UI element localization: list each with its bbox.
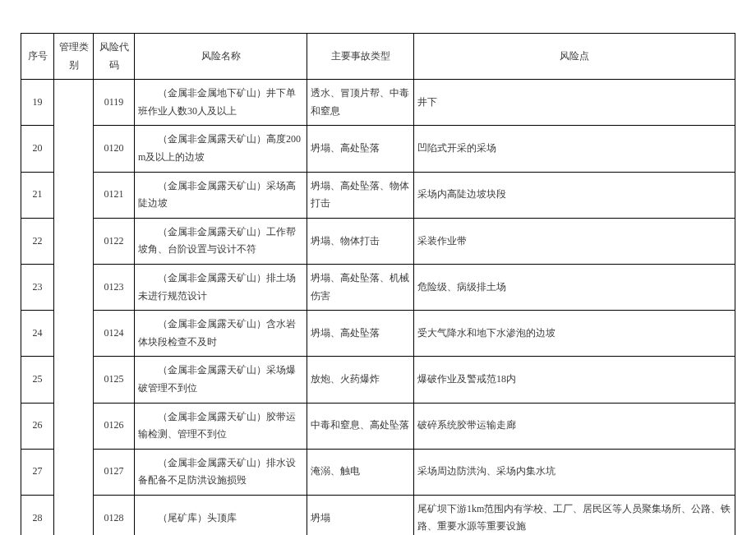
cell-name: （金属非金属露天矿山）排水设备配备不足防洪设施损毁 [135, 449, 307, 495]
cell-name: （金属非金属露天矿山）采场高陡边坡 [135, 172, 307, 218]
col-code: 风险代码 [94, 34, 135, 80]
cell-seq: 20 [21, 126, 54, 172]
table-row: 250125（金属非金属露天矿山）采场爆破管理不到位放炮、火药爆炸爆破作业及警戒… [21, 357, 735, 403]
cell-accident-type: 透水、冒顶片帮、中毒和窒息 [307, 80, 414, 126]
cell-seq: 19 [21, 80, 54, 126]
table-row: 190119（金属非金属地下矿山）井下单班作业人数30人及以上透水、冒顶片帮、中… [21, 80, 735, 126]
cell-point: 采场内高陡边坡块段 [414, 172, 735, 218]
table-row: 210121（金属非金属露天矿山）采场高陡边坡坍塌、高处坠落、物体打击采场内高陡… [21, 172, 735, 218]
table-row: 270127（金属非金属露天矿山）排水设备配备不足防洪设施损毁淹溺、触电采场周边… [21, 449, 735, 495]
table-header-row: 序号 管理类别 风险代码 风险名称 主要事故类型 风险点 [21, 34, 735, 80]
cell-code: 0119 [94, 80, 135, 126]
cell-point: 破碎系统胶带运输走廊 [414, 403, 735, 449]
cell-point: 井下 [414, 80, 735, 126]
table-row: 220122（金属非金属露天矿山）工作帮坡角、台阶设置与设计不符坍塌、物体打击采… [21, 218, 735, 264]
cell-name: （金属非金属露天矿山）含水岩体块段检查不及时 [135, 311, 307, 357]
table-row: 260126（金属非金属露天矿山）胶带运输检测、管理不到位中毒和窒息、高处坠落破… [21, 403, 735, 449]
cell-point: 危险级、病级排土场 [414, 264, 735, 310]
cell-code: 0127 [94, 449, 135, 495]
col-seq: 序号 [21, 34, 54, 80]
cell-point: 受大气降水和地下水渗泡的边坡 [414, 311, 735, 357]
cell-accident-type: 淹溺、触电 [307, 449, 414, 495]
cell-name: （金属非金属露天矿山）工作帮坡角、台阶设置与设计不符 [135, 218, 307, 264]
cell-point: 尾矿坝下游1km范围内有学校、工厂、居民区等人员聚集场所、公路、铁路、重要水源等… [414, 495, 735, 535]
cell-accident-type: 坍塌、高处坠落、机械伤害 [307, 264, 414, 310]
cell-code: 0122 [94, 218, 135, 264]
cell-name: （金属非金属地下矿山）井下单班作业人数30人及以上 [135, 80, 307, 126]
table-row: 280128（尾矿库）头顶库坍塌尾矿坝下游1km范围内有学校、工厂、居民区等人员… [21, 495, 735, 535]
cell-code: 0126 [94, 403, 135, 449]
table-row: 200120（金属非金属露天矿山）高度200m及以上的边坡坍塌、高处坠落凹陷式开… [21, 126, 735, 172]
cell-seq: 28 [21, 495, 54, 535]
cell-seq: 26 [21, 403, 54, 449]
cell-point: 爆破作业及警戒范18内 [414, 357, 735, 403]
cell-accident-type: 放炮、火药爆炸 [307, 357, 414, 403]
cell-seq: 24 [21, 311, 54, 357]
cell-code: 0124 [94, 311, 135, 357]
cell-point: 采场周边防洪沟、采场内集水坑 [414, 449, 735, 495]
col-name: 风险名称 [135, 34, 307, 80]
cell-point: 采装作业带 [414, 218, 735, 264]
cell-accident-type: 坍塌、物体打击 [307, 218, 414, 264]
cell-point: 凹陷式开采的采场 [414, 126, 735, 172]
cell-name: （金属非金属露天矿山）采场爆破管理不到位 [135, 357, 307, 403]
cell-code: 0125 [94, 357, 135, 403]
cell-accident-type: 坍塌、高处坠落 [307, 126, 414, 172]
cell-seq: 25 [21, 357, 54, 403]
cell-code: 0123 [94, 264, 135, 310]
cell-name: （金属非金属露天矿山）排土场未进行规范设计 [135, 264, 307, 310]
cell-accident-type: 坍塌 [307, 495, 414, 535]
cell-accident-type: 中毒和窒息、高处坠落 [307, 403, 414, 449]
table-row: 230123（金属非金属露天矿山）排土场未进行规范设计坍塌、高处坠落、机械伤害危… [21, 264, 735, 310]
cell-seq: 21 [21, 172, 54, 218]
cell-name: （金属非金属露天矿山）胶带运输检测、管理不到位 [135, 403, 307, 449]
col-point: 风险点 [414, 34, 735, 80]
cell-name: （金属非金属露天矿山）高度200m及以上的边坡 [135, 126, 307, 172]
cell-accident-type: 坍塌、高处坠落 [307, 311, 414, 357]
cell-accident-type: 坍塌、高处坠落、物体打击 [307, 172, 414, 218]
cell-code: 0120 [94, 126, 135, 172]
cell-code: 0121 [94, 172, 135, 218]
cell-seq: 22 [21, 218, 54, 264]
col-category: 管理类别 [54, 34, 94, 80]
cell-code: 0128 [94, 495, 135, 535]
risk-table: 序号 管理类别 风险代码 风险名称 主要事故类型 风险点 190119（金属非金… [21, 33, 735, 535]
cell-category [54, 80, 94, 535]
col-accident-type: 主要事故类型 [307, 34, 414, 80]
table-row: 240124（金属非金属露天矿山）含水岩体块段检查不及时坍塌、高处坠落受大气降水… [21, 311, 735, 357]
cell-name: （尾矿库）头顶库 [135, 495, 307, 535]
cell-seq: 23 [21, 264, 54, 310]
cell-seq: 27 [21, 449, 54, 495]
